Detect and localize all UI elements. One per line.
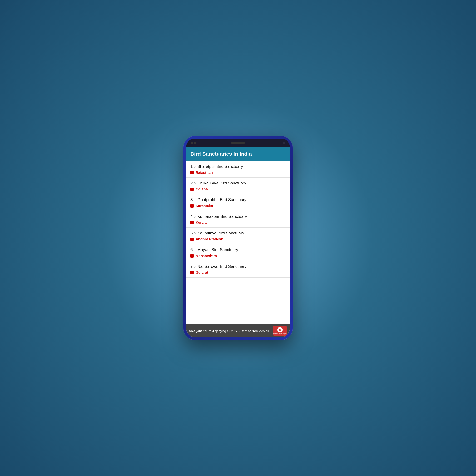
state-indicator: [190, 254, 194, 257]
state-label: Odisha: [196, 187, 208, 191]
state-indicator: [190, 221, 194, 224]
list-item[interactable]: 1 :- Bharatpur Bird Sanctuary Rajasthan: [186, 161, 290, 178]
list-item[interactable]: 6 :- Mayani Bird Sanctuary Maharashtra: [186, 244, 290, 261]
list-item[interactable]: 2 :- Chilka Lake Bird Sanctuary Odisha: [186, 178, 290, 194]
sanctuary-name: 3 :- Ghatprabha Bird Sanctuary: [190, 198, 286, 202]
notch-sensors: [191, 142, 196, 144]
sanctuary-list: 1 :- Bharatpur Bird Sanctuary Rajasthan …: [186, 161, 290, 277]
ad-body: You're displaying a 320 x 50 test ad fro…: [202, 329, 270, 333]
state-indicator: [190, 238, 194, 241]
list-item[interactable]: 3 :- Ghatprabha Bird Sanctuary Karnataka: [186, 194, 290, 211]
state-indicator: [190, 187, 194, 191]
sensor-dot-2: [194, 142, 196, 144]
admob-subtext: AdMob by Google: [273, 333, 287, 335]
front-camera: [283, 142, 285, 144]
admob-icon: a: [277, 327, 283, 333]
state-indicator: [190, 204, 194, 207]
state-label: Andhra Pradesh: [196, 237, 223, 241]
sanctuary-state: Gujarat: [190, 270, 286, 274]
sanctuary-state: Odisha: [190, 187, 286, 191]
state-label: Maharashtra: [196, 254, 217, 258]
notch-camera-area: [283, 142, 285, 144]
list-item[interactable]: 5 :- Kaundinya Bird Sanctuary Andhra Pra…: [186, 227, 290, 244]
admob-banner: Nice job! You're displaying a 320 x 50 t…: [186, 324, 290, 338]
app-title: Bird Sanctuaries In India: [190, 151, 286, 157]
phone-frame: Bird Sanctuaries In India 1 :- Bharatpur…: [183, 136, 293, 340]
list-item[interactable]: 7 :- Nal Sarovar Bird Sanctuary Gujarat: [186, 261, 290, 277]
sanctuary-name: 2 :- Chilka Lake Bird Sanctuary: [190, 181, 286, 186]
app-header: Bird Sanctuaries In India: [186, 147, 290, 161]
state-label: Karnataka: [196, 204, 213, 208]
sanctuary-state: Maharashtra: [190, 254, 286, 258]
sanctuary-name: 5 :- Kaundinya Bird Sanctuary: [190, 231, 286, 236]
sanctuary-state: Andhra Pradesh: [190, 237, 286, 241]
sanctuary-state: Karnataka: [190, 204, 286, 208]
state-label: Kerala: [196, 221, 206, 224]
sanctuary-state: Kerala: [190, 221, 286, 224]
sanctuary-name: 6 :- Mayani Bird Sanctuary: [190, 248, 286, 252]
state-label: Gujarat: [196, 270, 208, 274]
state-indicator: [190, 171, 194, 174]
state-label: Rajasthan: [196, 170, 213, 174]
list-item[interactable]: 4 :- Kumarakom Bird Sanctuary Kerala: [186, 211, 290, 227]
sanctuary-name: 7 :- Nal Sarovar Bird Sanctuary: [190, 264, 286, 269]
admob-logo: a AdMob by Google: [273, 326, 287, 336]
speaker-grille: [231, 142, 245, 143]
ad-bold: Nice job!: [189, 329, 202, 333]
sanctuary-name: 4 :- Kumarakom Bird Sanctuary: [190, 214, 286, 219]
sanctuary-state: Rajasthan: [190, 170, 286, 174]
sensor-dot-1: [191, 142, 193, 144]
phone-notch: [186, 138, 290, 147]
ad-text: Nice job! You're displaying a 320 x 50 t…: [189, 329, 270, 333]
state-indicator: [190, 271, 194, 274]
sanctuary-name: 1 :- Bharatpur Bird Sanctuary: [190, 164, 286, 169]
app-content[interactable]: 1 :- Bharatpur Bird Sanctuary Rajasthan …: [186, 161, 290, 324]
phone-screen: Bird Sanctuaries In India 1 :- Bharatpur…: [186, 147, 290, 338]
